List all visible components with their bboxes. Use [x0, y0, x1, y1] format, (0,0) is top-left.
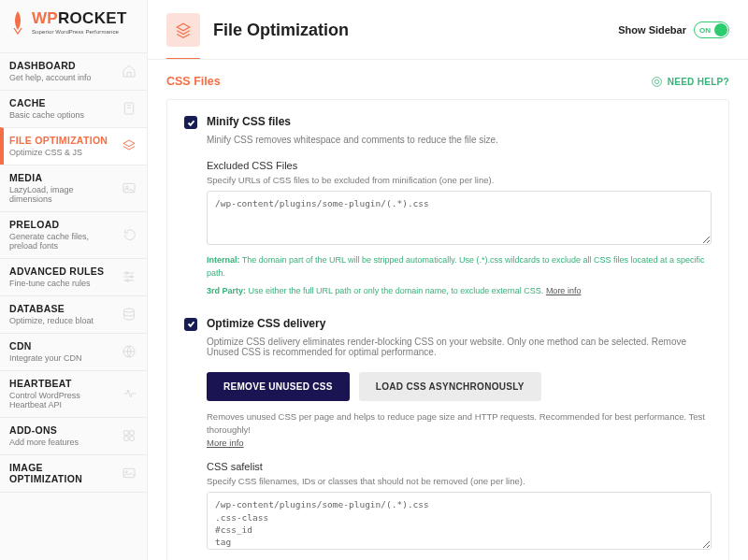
sliders-icon [121, 268, 137, 285]
sidebar-item-cache[interactable]: CACHEBasic cache options [0, 90, 147, 127]
rocket-icon [9, 9, 26, 36]
svg-point-15 [654, 79, 658, 83]
sidebar-item-desc: Basic cache options [9, 110, 84, 120]
sidebar-item-title: ADD-ONS [9, 424, 79, 436]
load-css-async-button[interactable]: LOAD CSS ASYNCHRONOUSLY [359, 372, 541, 401]
sidebar-item-desc: Fine-tune cache rules [9, 279, 104, 288]
optimize-css-desc: Optimize CSS delivery eliminates render-… [207, 337, 712, 357]
optimize-css-checkbox[interactable] [184, 318, 197, 331]
cache-icon [121, 100, 137, 117]
heartbeat-icon [122, 385, 137, 402]
sidebar-item-title: ADVANCED RULES [9, 266, 104, 277]
optimize-css-title: Optimize CSS delivery [207, 317, 325, 330]
logo: WPROCKET Superior WordPress Performance [0, 0, 147, 52]
sidebar-item-media[interactable]: MEDIALazyLoad, image dimensions [0, 165, 147, 211]
sidebar-item-desc: Generate cache files, preload fonts [9, 232, 117, 251]
safelist-textarea[interactable] [207, 492, 712, 550]
need-help-link[interactable]: NEED HELP? [651, 76, 729, 88]
safelist-title: CSS safelist [207, 461, 712, 472]
more-info-link-2[interactable]: More info [207, 438, 244, 448]
remove-unused-css-button[interactable]: REMOVE UNUSED CSS [207, 372, 350, 401]
excluded-css-desc: Specify URLs of CSS files to be excluded… [207, 175, 712, 185]
svg-point-6 [124, 309, 135, 312]
preload-icon [122, 226, 137, 243]
show-sidebar-label: Show Sidebar [618, 24, 686, 36]
sidebar-item-image-optimization[interactable]: IMAGE OPTIMIZATION [0, 454, 147, 493]
svg-rect-10 [124, 437, 129, 441]
excluded-note-3rdparty: 3rd Party: Use either the full URL path … [207, 285, 712, 298]
sidebar-item-desc: Optimize CSS & JS [9, 148, 108, 157]
sidebar-item-dashboard[interactable]: DASHBOARDGet help, account info [0, 52, 147, 90]
sidebar-item-add-ons[interactable]: ADD-ONSAdd more features [0, 417, 147, 454]
lifebuoy-icon [651, 76, 663, 88]
sidebar-item-preload[interactable]: PRELOADGenerate cache files, preload fon… [0, 211, 147, 258]
image-icon [122, 465, 137, 481]
sidebar-item-desc: Control WordPress Heartbeat API [9, 391, 117, 409]
remove-unused-desc: Removes unused CSS per page and helps to… [207, 410, 712, 451]
svg-point-2 [126, 186, 129, 189]
sidebar-item-title: PRELOAD [9, 219, 117, 230]
sidebar-item-title: DASHBOARD [9, 60, 92, 71]
database-icon [121, 306, 137, 323]
sidebar-item-advanced-rules[interactable]: ADVANCED RULESFine-tune cache rules [0, 258, 147, 295]
sidebar-item-database[interactable]: DATABASEOptimize, reduce bloat [0, 295, 147, 333]
sidebar-item-title: IMAGE OPTIMIZATION [9, 462, 116, 484]
show-sidebar-toggle[interactable]: ON [694, 22, 729, 38]
sidebar-item-title: DATABASE [9, 303, 94, 314]
svg-rect-0 [124, 103, 133, 114]
media-icon [121, 179, 137, 196]
sidebar-item-desc: Add more features [9, 438, 79, 447]
minify-css-desc: Minify CSS removes whitespace and commen… [207, 135, 712, 145]
sidebar-item-title: HEARTBEAT [9, 378, 117, 389]
sidebar-item-file-optimization[interactable]: FILE OPTIMIZATIONOptimize CSS & JS [0, 127, 147, 165]
cdn-icon [121, 343, 137, 360]
minify-css-checkbox[interactable] [184, 116, 197, 129]
svg-point-14 [652, 77, 661, 86]
sidebar-item-title: FILE OPTIMIZATION [9, 135, 108, 146]
svg-point-13 [126, 471, 128, 473]
minify-css-title: Minify CSS files [207, 115, 291, 128]
safelist-desc: Specify CSS filenames, IDs or classes th… [207, 476, 712, 486]
addons-icon [121, 427, 137, 444]
sidebar-item-cdn[interactable]: CDNIntegrate your CDN [0, 333, 147, 370]
svg-rect-12 [123, 468, 135, 477]
brand-tagline: Superior WordPress Performance [32, 29, 127, 35]
page-icon [166, 13, 200, 47]
stack-icon [175, 22, 192, 38]
section-title: CSS Files [166, 75, 221, 88]
stack-icon [121, 137, 137, 154]
sidebar-item-title: CDN [9, 340, 82, 352]
sidebar-item-title: MEDIA [9, 172, 115, 183]
brand-title: WPROCKET [32, 9, 127, 28]
svg-rect-8 [124, 431, 129, 436]
sidebar-item-desc: Optimize, reduce bloat [9, 316, 94, 325]
svg-rect-11 [130, 437, 135, 441]
excluded-note-internal: Internal: The domain part of the URL wil… [207, 254, 712, 280]
page-title: File Optimization [213, 21, 349, 40]
sidebar-item-title: CACHE [9, 97, 84, 108]
home-icon [121, 63, 137, 79]
sidebar-item-desc: Integrate your CDN [9, 353, 82, 363]
sidebar-item-desc: Get help, account info [9, 73, 92, 82]
excluded-css-textarea[interactable] [207, 191, 712, 245]
excluded-css-title: Excluded CSS Files [207, 160, 712, 171]
sidebar-item-heartbeat[interactable]: HEARTBEATControl WordPress Heartbeat API [0, 370, 147, 417]
more-info-link[interactable]: More info [546, 286, 582, 295]
sidebar-item-desc: LazyLoad, image dimensions [9, 185, 115, 204]
svg-rect-9 [130, 431, 135, 436]
